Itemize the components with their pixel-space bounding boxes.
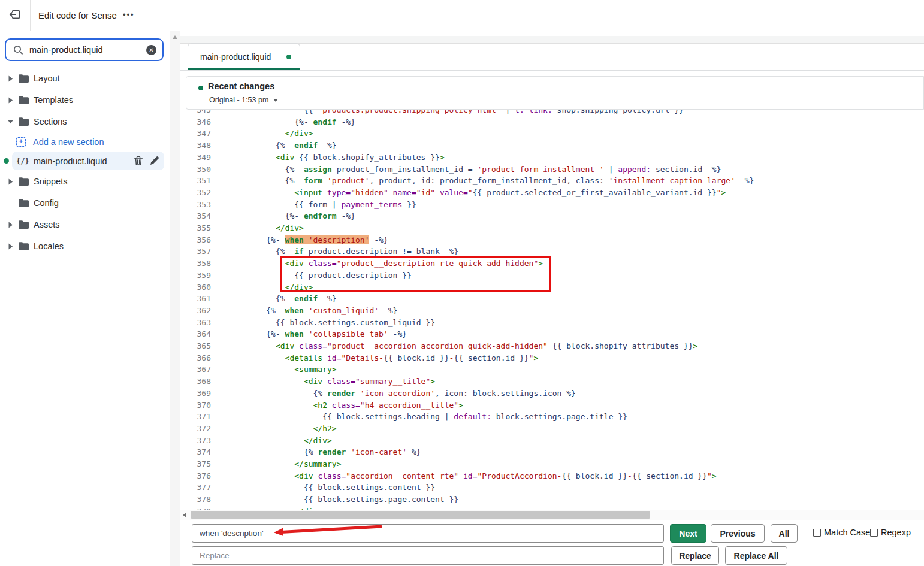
scroll-left-arrow-icon[interactable] bbox=[183, 513, 186, 517]
code-line-357[interactable]: {%- if product.description != blank -%} bbox=[219, 246, 458, 258]
code-line-367[interactable]: <summary> bbox=[219, 364, 337, 376]
exit-icon bbox=[8, 8, 22, 23]
code-line-372[interactable]: </h2> bbox=[219, 423, 337, 435]
code-line-363[interactable]: {{ block.settings.custom_liquid }} bbox=[219, 317, 435, 329]
code-line-359[interactable]: {{ product.description }} bbox=[219, 270, 412, 282]
chevron-down-icon[interactable] bbox=[8, 119, 13, 125]
chevron-right-icon[interactable] bbox=[8, 75, 13, 82]
sidebar-item-main-product-liquid[interactable]: {/}main-product.liquid bbox=[0, 151, 170, 171]
code-line-373[interactable]: </div> bbox=[219, 435, 332, 447]
sidebar-item-templates[interactable]: Templates bbox=[0, 89, 170, 111]
code-line-351[interactable]: {%- form 'product', product, id: product… bbox=[219, 175, 754, 187]
code-line-378[interactable]: {{ block.settings.page.content }} bbox=[219, 494, 458, 506]
line-number: 345 bbox=[180, 110, 211, 116]
code-line-371[interactable]: {{ block.settings.heading | default: blo… bbox=[219, 411, 627, 423]
regexp-checkbox[interactable]: Regexp bbox=[870, 528, 911, 537]
line-number: 374 bbox=[180, 446, 211, 458]
line-number: 373 bbox=[180, 435, 211, 447]
code-line-366[interactable]: <details id="Details-{{ block.id }}-{{ s… bbox=[219, 352, 538, 364]
code-line-345[interactable]: {{ 'products.product.shipping_policy_htm… bbox=[219, 110, 684, 116]
delete-file-icon[interactable] bbox=[134, 156, 144, 166]
sidebar-item-assets[interactable]: Assets bbox=[0, 214, 170, 235]
code-line-369[interactable]: {% render 'icon-accordion', icon: block.… bbox=[219, 388, 576, 399]
code-line-350[interactable]: {%- assign product_form_installment_id =… bbox=[219, 164, 721, 175]
sidebar-item-layout[interactable]: Layout bbox=[0, 68, 170, 89]
folder-icon bbox=[18, 220, 29, 229]
horizontal-scrollbar[interactable] bbox=[180, 510, 924, 520]
clear-search-icon[interactable]: ✕ bbox=[146, 45, 156, 55]
line-number: 372 bbox=[180, 423, 211, 435]
search-icon bbox=[13, 45, 23, 55]
scroll-up-arrow-icon[interactable] bbox=[173, 35, 177, 39]
code-line-364[interactable]: {%- when 'collapsible_tab' -%} bbox=[219, 328, 407, 340]
checkbox-icon[interactable] bbox=[870, 529, 878, 537]
replace-all-button[interactable]: Replace All bbox=[725, 546, 787, 565]
sidebar-item-locales[interactable]: Locales bbox=[0, 235, 170, 257]
code-line-375[interactable]: </summary> bbox=[219, 458, 342, 470]
exit-button[interactable] bbox=[0, 0, 31, 31]
code-line-365[interactable]: <div class="product__accordion accordion… bbox=[219, 340, 697, 352]
code-line-352[interactable]: <input type="hidden" name="id" value="{{… bbox=[219, 187, 726, 199]
line-number: 368 bbox=[180, 376, 211, 388]
folder-icon bbox=[18, 74, 29, 83]
code-line-358[interactable]: <div class="product__description rte qui… bbox=[219, 258, 543, 270]
line-number: 349 bbox=[180, 152, 211, 164]
code-line-349[interactable]: <div {{ block.shopify_attributes }}> bbox=[219, 152, 445, 164]
code-line-361[interactable]: {%- endif -%} bbox=[219, 293, 337, 305]
next-button[interactable]: Next bbox=[670, 524, 706, 543]
chevron-down-icon bbox=[273, 99, 278, 102]
code-line-368[interactable]: <div class="summary__title"> bbox=[219, 376, 435, 388]
chevron-right-icon[interactable] bbox=[8, 222, 13, 228]
line-number: 361 bbox=[180, 293, 211, 305]
line-number: 357 bbox=[180, 246, 211, 258]
tab-main-product[interactable]: main-product.liquid bbox=[188, 43, 300, 70]
code-line-346[interactable]: {%- endif -%} bbox=[219, 116, 355, 128]
checkbox-icon[interactable] bbox=[813, 529, 821, 537]
code-line-360[interactable]: </div> bbox=[219, 282, 313, 293]
more-menu-button[interactable]: ••• bbox=[123, 0, 135, 31]
line-number: 379 bbox=[180, 506, 211, 510]
code-line-362[interactable]: {%- when 'custom_liquid' -%} bbox=[219, 305, 397, 317]
line-number: 347 bbox=[180, 128, 211, 140]
code-line-374[interactable]: {% render 'icon-caret' %} bbox=[219, 446, 421, 458]
code-line-370[interactable]: <h2 class="h4 accordion__title"> bbox=[219, 399, 463, 411]
folder-icon bbox=[18, 95, 29, 105]
line-number: 363 bbox=[180, 317, 211, 329]
search-input[interactable]: main-product.liquid ✕ bbox=[5, 38, 164, 61]
chevron-right-icon[interactable] bbox=[8, 243, 13, 250]
tab-bar-border bbox=[180, 70, 924, 71]
chevron-right-icon[interactable] bbox=[8, 97, 13, 104]
line-number: 350 bbox=[180, 164, 211, 175]
code-line-377[interactable]: {{ block.settings.content }} bbox=[219, 482, 435, 494]
code-editor-area[interactable]: 345 {{ 'products.product.shipping_policy… bbox=[180, 110, 924, 510]
horizontal-scrollbar-thumb[interactable] bbox=[191, 511, 650, 519]
code-line-355[interactable]: </div> bbox=[219, 222, 304, 234]
previous-button[interactable]: Previous bbox=[711, 524, 765, 543]
tab-label: main-product.liquid bbox=[200, 52, 271, 62]
file-tree: LayoutTemplatesSections+Add a new sectio… bbox=[0, 68, 170, 257]
code-line-356[interactable]: {%- when 'description' -%} bbox=[219, 234, 388, 246]
sidebar-item-config[interactable]: Config bbox=[0, 192, 170, 214]
folder-icon bbox=[18, 117, 29, 126]
sidebar-item-sections[interactable]: Sections bbox=[0, 111, 170, 132]
code-line-348[interactable]: {%- endif -%} bbox=[219, 140, 337, 152]
match-case-checkbox[interactable]: Match Case bbox=[813, 528, 870, 537]
folder-icon bbox=[18, 177, 29, 186]
code-line-376[interactable]: <div class="accordion__content rte" id="… bbox=[219, 470, 717, 482]
rename-file-icon[interactable] bbox=[150, 156, 160, 166]
code-line-354[interactable]: {%- endform -%} bbox=[219, 210, 355, 222]
code-line-347[interactable]: </div> bbox=[219, 128, 313, 140]
line-number: 376 bbox=[180, 470, 211, 482]
code-line-379[interactable]: </div> bbox=[219, 506, 322, 510]
code-line-353[interactable]: {{ form | payment_terms }} bbox=[219, 199, 416, 211]
chevron-right-icon[interactable] bbox=[8, 178, 13, 185]
find-input[interactable] bbox=[192, 524, 664, 543]
sidebar-scrollbar[interactable] bbox=[170, 31, 180, 566]
replace-input[interactable] bbox=[192, 546, 664, 565]
search-value: main-product.liquid bbox=[29, 45, 145, 55]
sidebar-item-add-a-new-section[interactable]: +Add a new section bbox=[0, 132, 170, 151]
sidebar-item-snippets[interactable]: Snippets bbox=[0, 171, 170, 192]
version-dropdown[interactable]: Original - 1:53 pm bbox=[209, 96, 278, 104]
replace-button[interactable]: Replace bbox=[671, 546, 719, 565]
all-button[interactable]: All bbox=[771, 524, 798, 543]
